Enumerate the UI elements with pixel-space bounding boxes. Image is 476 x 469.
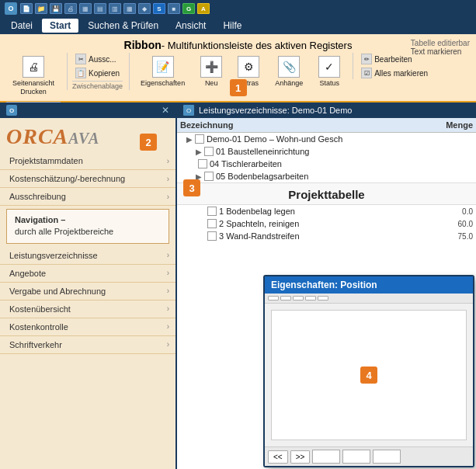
dialog-page-box-3[interactable] [373,450,401,464]
ribbon-title: Ribbon [124,39,162,51]
tree-item-0[interactable]: ▶ Demo-01 Demo – Wohn-und Gesch [177,133,476,145]
nav-item-leistungsverzeichnisse[interactable]: Leistungsverzeichnisse › [0,247,175,265]
print-ribbon-icon: 🖨 [23,56,44,78]
tree-check-3[interactable] [204,172,214,181]
dialog-tool-btn-2[interactable] [280,296,291,301]
nav-description: Navigation – durch alle Projektbereiche [6,209,169,244]
dialog-tool-btn-1[interactable] [268,296,279,301]
list-icon[interactable]: ▦ [123,3,136,14]
print-icon[interactable]: 🖨 [64,3,77,14]
dialog-badge-4: 4 [360,367,377,384]
nav-badge-2: 2 [140,134,157,151]
tree-check-5[interactable] [207,219,217,228]
panel-icon: O [6,105,17,116]
tree-check-1[interactable] [204,147,214,156]
neu-ribbon-icon: ➕ [200,56,222,78]
new-doc-icon[interactable]: 📄 [20,3,33,14]
extras-ribbon-icon: ⚙ [238,56,259,78]
alles-markieren-btn[interactable]: ☑ Alles markieren [358,67,431,79]
square-icon[interactable]: ■ [168,3,180,14]
tree-label-4: 1 Bodenbelag legen [219,207,460,216]
neu-ribbon-btn[interactable]: ➕ Neu [194,53,228,90]
tree-arrow-1: ▶ [196,148,202,156]
ribbon: Ribbon - Multifunktionsleiste des aktive… [0,34,476,102]
nav-item-vergabe[interactable]: Vergabe und Abrechnung › [0,283,175,301]
dialog-content: 4 [265,304,473,446]
nav-item-angebote[interactable]: Angebote › [0,265,175,283]
ribbon-tabs-right: Tabelle editierbar Text markieren [411,39,470,56]
tree-item-1[interactable]: ▶ 01 Baustelleneinrichtung [177,145,476,158]
nav-item-kostenuebersicht[interactable]: Kostenübersicht › [0,301,175,318]
tree-item-3[interactable]: ▶ 05 Bodenbelagsarbeiten [177,170,476,182]
nav-arrow-2: › [167,193,169,201]
ribbon-text-mark: Text markieren [411,47,462,56]
table-header: Bezeichnung Menge [177,118,476,133]
a-icon[interactable]: A [197,3,210,14]
ribbon-right-section: ✏ Bearbeiten ☑ Alles markieren [353,53,431,79]
copy-icon: 📋 [75,68,86,78]
tree-label-5: 2 Spachteln, reinigen [219,219,456,228]
tree-label-3: 05 Bodenbelagsarbeiten [216,172,308,181]
eigenschaften-ribbon-btn[interactable]: 📝 Eigenschaften [134,53,191,90]
nav-item-schriftverkehr[interactable]: Schriftverkehr › [0,336,175,354]
ribbon-subtitle: - Multifunktionsleiste des aktiven Regis… [162,40,353,51]
anhaenge-ribbon-btn[interactable]: 📎 Anhänge [269,53,309,90]
table2-icon[interactable]: ▥ [109,3,121,14]
tree-badge-3: 3 [183,179,200,196]
menu-datei[interactable]: Datei [3,19,40,33]
s-icon[interactable]: S [153,3,165,14]
diamond-icon[interactable]: ◆ [138,3,151,14]
cut-icon: ✂ [75,54,86,64]
seitenansicht-btn[interactable]: 🖨 SeitenansichtDrucken [6,53,61,99]
panel-close-btn[interactable]: ✕ [162,105,169,116]
main-area: O ✕ ORCAAVA Projektstammdaten › Kostensc… [0,102,476,469]
status-ribbon-btn[interactable]: ✓ Status [312,53,346,90]
nav-item-kostenkontrolle[interactable]: Kostenkontrolle › [0,318,175,336]
g-icon[interactable]: G [182,3,195,14]
nav-item-projektstammdaten[interactable]: Projektstammdaten › [0,152,175,170]
nav-arrow-7: › [167,322,169,331]
menu-suchen[interactable]: Suchen & Prüfen [80,19,166,33]
nav-item-kostenschaetzung[interactable]: Kostenschätzung/-berechnung › [0,170,175,188]
table-icon[interactable]: ▤ [94,3,106,14]
tree-check-6[interactable] [207,231,217,241]
dialog-next-btn[interactable]: >> [290,450,311,464]
nav-item-ausschreibung[interactable]: Ausschreibung › [0,188,175,206]
dialog-page-box-2[interactable] [342,450,370,464]
tree-check-2[interactable] [198,159,207,168]
tree-item-6[interactable]: 3 Wand-Randstreifen 75.0 [177,230,476,242]
nav-arrow-8: › [167,340,169,349]
ausschneiden-btn[interactable]: ✂ Aussc... [72,53,123,65]
properties-dialog: Eigenschaften: Position 4 << >> [263,275,474,467]
tree-item-4[interactable]: 1 Bodenbelag legen 0.0 [177,205,476,217]
menu-hilfe[interactable]: Hilfe [215,19,249,33]
projekttabelle-label: Projekttabelle [177,182,476,205]
tree-item-5[interactable]: 2 Spachteln, reinigen 60.0 [177,217,476,230]
tree-menge-5: 60.0 [458,220,473,228]
menu-bar: Datei Start Suchen & Prüfen Ansicht Hilf… [0,17,476,34]
col-bezeichnung-header: Bezeichnung [180,120,412,130]
open-icon[interactable]: 📁 [35,3,47,14]
save-icon[interactable]: 💾 [50,3,62,14]
tree-label-6: 3 Wand-Randstreifen [219,231,456,241]
dialog-page-box-1[interactable] [312,450,340,464]
tree-item-2[interactable]: 04 Tischlerarbeiten [177,158,476,170]
tree-check-4[interactable] [207,207,217,216]
dialog-tool-btn-5[interactable] [318,296,328,301]
nav-arrow-6: › [167,304,169,313]
props-ribbon-icon: 📝 [152,56,174,78]
dialog-tool-btn-3[interactable] [293,296,304,301]
edit-icon: ✏ [361,54,372,64]
dialog-prev-btn[interactable]: << [268,450,288,464]
tree-check-0[interactable] [195,134,204,144]
tree-menge-4: 0.0 [462,207,473,216]
dialog-tool-btn-4[interactable] [305,296,316,301]
dialog-title-bar: Eigenschaften: Position [265,276,473,294]
title-bar-icons: 📄 📁 💾 🖨 ▦ ▤ ▥ ▦ ◆ S ■ G A [20,3,210,14]
nav-arrow-3: › [167,251,169,259]
menu-ansicht[interactable]: Ansicht [168,19,214,33]
menu-start[interactable]: Start [42,19,78,33]
kopieren-btn[interactable]: 📋 Kopieren [72,67,123,79]
content-header: O Leistungsverzeichnisse: Demo-01 Demo [177,102,476,118]
grid-icon[interactable]: ▦ [79,3,92,14]
